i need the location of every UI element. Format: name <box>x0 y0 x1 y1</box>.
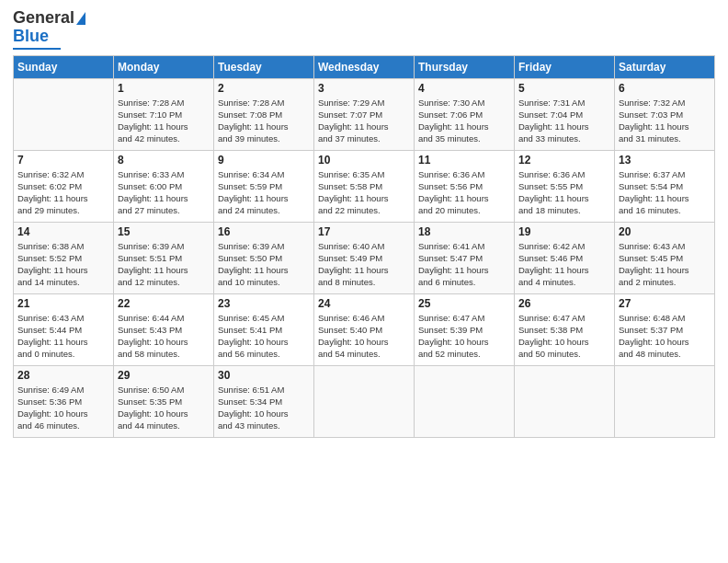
cell-info: Sunrise: 7:28 AM Sunset: 7:08 PM Dayligh… <box>218 97 310 145</box>
logo-triangle <box>76 12 85 25</box>
day-number: 18 <box>418 225 510 238</box>
calendar-cell <box>515 365 615 437</box>
calendar-cell: 14Sunrise: 6:38 AM Sunset: 5:52 PM Dayli… <box>14 222 114 293</box>
day-number: 20 <box>619 225 711 238</box>
calendar-cell: 23Sunrise: 6:45 AM Sunset: 5:41 PM Dayli… <box>214 293 314 365</box>
cell-info: Sunrise: 6:49 AM Sunset: 5:36 PM Dayligh… <box>17 384 109 432</box>
cell-info: Sunrise: 6:39 AM Sunset: 5:50 PM Dayligh… <box>218 240 310 289</box>
weekday-header-friday: Friday <box>515 55 615 78</box>
calendar-cell: 12Sunrise: 6:36 AM Sunset: 5:55 PM Dayli… <box>515 150 615 222</box>
cell-info: Sunrise: 6:35 AM Sunset: 5:58 PM Dayligh… <box>318 168 410 217</box>
cell-info: Sunrise: 6:47 AM Sunset: 5:39 PM Dayligh… <box>418 312 510 361</box>
logo-underline <box>13 48 61 50</box>
weekday-header-saturday: Saturday <box>615 55 715 78</box>
day-number: 9 <box>218 154 310 167</box>
day-number: 1 <box>118 82 210 95</box>
cell-info: Sunrise: 6:40 AM Sunset: 5:49 PM Dayligh… <box>318 240 410 289</box>
day-number: 8 <box>118 154 210 167</box>
calendar-cell: 21Sunrise: 6:43 AM Sunset: 5:44 PM Dayli… <box>14 293 114 365</box>
cell-info: Sunrise: 6:48 AM Sunset: 5:37 PM Dayligh… <box>619 312 711 361</box>
day-number: 19 <box>518 225 610 238</box>
cell-info: Sunrise: 6:43 AM Sunset: 5:44 PM Dayligh… <box>17 312 109 361</box>
page: General Blue SundayMondayTuesdayWednesda… <box>0 0 728 563</box>
weekday-header-sunday: Sunday <box>14 55 114 78</box>
day-number: 14 <box>17 225 109 238</box>
day-number: 3 <box>318 82 410 95</box>
day-number: 28 <box>17 369 109 382</box>
calendar-cell: 4Sunrise: 7:30 AM Sunset: 7:06 PM Daylig… <box>415 78 515 150</box>
cell-info: Sunrise: 6:33 AM Sunset: 6:00 PM Dayligh… <box>118 168 210 217</box>
calendar-cell: 20Sunrise: 6:43 AM Sunset: 5:45 PM Dayli… <box>615 222 715 293</box>
cell-info: Sunrise: 6:51 AM Sunset: 5:34 PM Dayligh… <box>218 384 310 432</box>
calendar-cell: 28Sunrise: 6:49 AM Sunset: 5:36 PM Dayli… <box>14 365 114 437</box>
logo-blue: Blue <box>13 28 49 46</box>
cell-info: Sunrise: 6:50 AM Sunset: 5:35 PM Dayligh… <box>118 384 210 432</box>
calendar-cell: 17Sunrise: 6:40 AM Sunset: 5:49 PM Dayli… <box>314 222 415 293</box>
calendar-cell <box>615 365 715 437</box>
cell-info: Sunrise: 6:37 AM Sunset: 5:54 PM Dayligh… <box>619 168 711 217</box>
calendar-table: SundayMondayTuesdayWednesdayThursdayFrid… <box>13 55 715 438</box>
calendar-cell: 18Sunrise: 6:41 AM Sunset: 5:47 PM Dayli… <box>415 222 515 293</box>
calendar-cell: 1Sunrise: 7:28 AM Sunset: 7:10 PM Daylig… <box>114 78 214 150</box>
calendar-cell: 10Sunrise: 6:35 AM Sunset: 5:58 PM Dayli… <box>314 150 415 222</box>
calendar-cell: 15Sunrise: 6:39 AM Sunset: 5:51 PM Dayli… <box>114 222 214 293</box>
day-number: 22 <box>118 297 210 310</box>
calendar-cell: 16Sunrise: 6:39 AM Sunset: 5:50 PM Dayli… <box>214 222 314 293</box>
calendar-row-1: 7Sunrise: 6:32 AM Sunset: 6:02 PM Daylig… <box>14 150 715 222</box>
logo: General Blue <box>13 9 85 50</box>
cell-info: Sunrise: 6:45 AM Sunset: 5:41 PM Dayligh… <box>218 312 310 361</box>
cell-info: Sunrise: 6:38 AM Sunset: 5:52 PM Dayligh… <box>17 240 109 289</box>
day-number: 30 <box>218 369 310 382</box>
cell-info: Sunrise: 7:28 AM Sunset: 7:10 PM Dayligh… <box>118 97 210 145</box>
calendar-cell: 2Sunrise: 7:28 AM Sunset: 7:08 PM Daylig… <box>214 78 314 150</box>
day-number: 27 <box>619 297 711 310</box>
calendar-cell: 19Sunrise: 6:42 AM Sunset: 5:46 PM Dayli… <box>515 222 615 293</box>
calendar-cell: 9Sunrise: 6:34 AM Sunset: 5:59 PM Daylig… <box>214 150 314 222</box>
calendar-cell <box>314 365 415 437</box>
cell-info: Sunrise: 7:32 AM Sunset: 7:03 PM Dayligh… <box>619 97 711 145</box>
cell-info: Sunrise: 6:36 AM Sunset: 5:56 PM Dayligh… <box>418 168 510 217</box>
calendar-cell: 11Sunrise: 6:36 AM Sunset: 5:56 PM Dayli… <box>415 150 515 222</box>
cell-info: Sunrise: 7:30 AM Sunset: 7:06 PM Dayligh… <box>418 97 510 145</box>
calendar-row-4: 28Sunrise: 6:49 AM Sunset: 5:36 PM Dayli… <box>14 365 715 437</box>
calendar-cell: 6Sunrise: 7:32 AM Sunset: 7:03 PM Daylig… <box>615 78 715 150</box>
day-number: 25 <box>418 297 510 310</box>
calendar-header: SundayMondayTuesdayWednesdayThursdayFrid… <box>14 55 715 78</box>
calendar-cell <box>14 78 114 150</box>
day-number: 5 <box>518 82 610 95</box>
calendar-cell: 7Sunrise: 6:32 AM Sunset: 6:02 PM Daylig… <box>14 150 114 222</box>
calendar-row-0: 1Sunrise: 7:28 AM Sunset: 7:10 PM Daylig… <box>14 78 715 150</box>
day-number: 11 <box>418 154 510 167</box>
weekday-row: SundayMondayTuesdayWednesdayThursdayFrid… <box>14 55 715 78</box>
cell-info: Sunrise: 6:44 AM Sunset: 5:43 PM Dayligh… <box>118 312 210 361</box>
calendar-cell: 29Sunrise: 6:50 AM Sunset: 5:35 PM Dayli… <box>114 365 214 437</box>
cell-info: Sunrise: 6:41 AM Sunset: 5:47 PM Dayligh… <box>418 240 510 289</box>
day-number: 16 <box>218 225 310 238</box>
cell-info: Sunrise: 6:47 AM Sunset: 5:38 PM Dayligh… <box>518 312 610 361</box>
cell-info: Sunrise: 7:29 AM Sunset: 7:07 PM Dayligh… <box>318 97 410 145</box>
calendar-cell: 26Sunrise: 6:47 AM Sunset: 5:38 PM Dayli… <box>515 293 615 365</box>
weekday-header-wednesday: Wednesday <box>314 55 415 78</box>
cell-info: Sunrise: 6:43 AM Sunset: 5:45 PM Dayligh… <box>619 240 711 289</box>
cell-info: Sunrise: 6:32 AM Sunset: 6:02 PM Dayligh… <box>17 168 109 217</box>
calendar-cell: 22Sunrise: 6:44 AM Sunset: 5:43 PM Dayli… <box>114 293 214 365</box>
calendar-body: 1Sunrise: 7:28 AM Sunset: 7:10 PM Daylig… <box>14 78 715 437</box>
day-number: 21 <box>17 297 109 310</box>
weekday-header-thursday: Thursday <box>415 55 515 78</box>
day-number: 6 <box>619 82 711 95</box>
day-number: 4 <box>418 82 510 95</box>
calendar-cell: 3Sunrise: 7:29 AM Sunset: 7:07 PM Daylig… <box>314 78 415 150</box>
day-number: 24 <box>318 297 410 310</box>
day-number: 29 <box>118 369 210 382</box>
day-number: 15 <box>118 225 210 238</box>
day-number: 26 <box>518 297 610 310</box>
cell-info: Sunrise: 6:39 AM Sunset: 5:51 PM Dayligh… <box>118 240 210 289</box>
calendar-cell <box>415 365 515 437</box>
calendar-cell: 8Sunrise: 6:33 AM Sunset: 6:00 PM Daylig… <box>114 150 214 222</box>
day-number: 12 <box>518 154 610 167</box>
day-number: 13 <box>619 154 711 167</box>
calendar-cell: 30Sunrise: 6:51 AM Sunset: 5:34 PM Dayli… <box>214 365 314 437</box>
cell-info: Sunrise: 6:34 AM Sunset: 5:59 PM Dayligh… <box>218 168 310 217</box>
day-number: 17 <box>318 225 410 238</box>
cell-info: Sunrise: 7:31 AM Sunset: 7:04 PM Dayligh… <box>518 97 610 145</box>
